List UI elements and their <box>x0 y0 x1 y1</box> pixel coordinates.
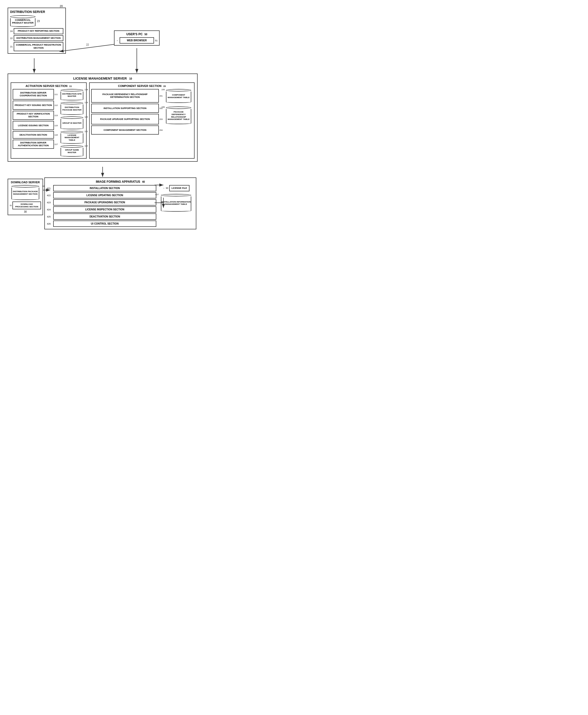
dpm-ref: 119 <box>85 101 88 104</box>
installation-supporting: INSTALLATION SUPPORTING SECTION <box>91 104 159 113</box>
cmt-ref: 155 <box>161 88 165 91</box>
component-server-section: COMPONENT SERVER SECTION 15 PACKAGE DEPE… <box>89 82 194 159</box>
users-pc-container: USER'S PC 50 → WEB BROWSER 51 <box>114 30 160 46</box>
license-file: LICENSE FILE <box>169 185 189 191</box>
activation-content: DISTRIBUTION SERVER COOPERATIVE SECTION … <box>13 89 85 157</box>
package-upgrade-supporting: PACKAGE UPGRADE SUPPORTING SECTION <box>91 114 159 124</box>
is-row: INSTALLATION SUPPORTING SECTION 152 <box>91 104 163 113</box>
ui-control: UI CONTROL SECTION <box>53 221 156 227</box>
users-pc-title: USER'S PC 50 <box>116 33 158 36</box>
gnm-ref: 122 <box>85 145 88 147</box>
ins-row: 421 INSTALLATION SECTION <box>47 185 156 191</box>
lf-container: ← 90 LICENSE FILE <box>163 185 189 192</box>
dps-row: 31 DOWNLOAD PROCESSING SECTION <box>9 202 41 209</box>
dpm-container: 119 DISTRIBUTION PACKAGE MASTER <box>61 102 83 115</box>
pki-row: PRODUCT KEY ISSUING SECTION 112 <box>13 101 58 110</box>
dist-server-ref: 20 <box>60 4 63 7</box>
commercial-product-master-row: COMMERCIAL PRODUCT MASTER 23 <box>10 15 63 27</box>
cpm-ref: 23 <box>37 20 40 23</box>
wb-ref: 51 <box>155 39 158 42</box>
iimt-container: 427 INSTALLATION INFORMATION MANAGEMENT … <box>161 194 191 212</box>
dsa-ref: 117 <box>55 143 58 145</box>
pdrmt-cylinder: PACKAGE DEPENDENCY RELATIONSHIP MANAGEME… <box>166 106 191 124</box>
deactivation-section-ifa: DEACTIVATION SECTION <box>53 213 156 220</box>
dsm-cylinder: DISTRIBUTION SITE MASTER <box>61 89 83 100</box>
li-row-ifa: 424 LICENSE INSPECTION SECTION <box>47 206 156 213</box>
cmt-cylinder: COMPONENT MANAGEMENT TABLE <box>166 89 191 103</box>
distribution-management: DISTRIBUTION MANAGEMENT SECTION <box>14 35 63 41</box>
cyl-body: COMMERCIAL PRODUCT MASTER <box>10 18 36 25</box>
license-updating: LICENSE UPDATING SECTION <box>53 192 156 199</box>
pd-row: PACKAGE DEPENDENCY RELATIONSHIP DETERMIN… <box>91 89 163 103</box>
download-server-container: DOWNLOAD SERVER 32 DISTRIBUTION PACKAGE … <box>7 179 43 215</box>
diagram-container: DISTRIBUTION SERVER COMMERCIAL PRODUCT M… <box>5 5 203 261</box>
distribution-server-container: DISTRIBUTION SERVER COMMERCIAL PRODUCT M… <box>7 7 66 54</box>
cms-ref: 154 <box>159 129 163 131</box>
users-pc-ref: 50 <box>144 33 147 36</box>
ifa-content: 421 INSTALLATION SECTION 422 LICENSE UPD… <box>47 185 194 227</box>
deactivation-section-lms: DEACTIVATION SECTION <box>13 131 54 139</box>
dsc-ref: 111 <box>55 93 58 96</box>
pkv-row: PRODUCT KEY VERIFICATION SECTION 113 <box>13 111 58 120</box>
dsa-row: DISTRIBUTION SERVER AUTHENTICATION SECTI… <box>13 140 58 149</box>
ifa-sections: 421 INSTALLATION SECTION 422 LICENSE UPD… <box>47 185 156 227</box>
package-dependency: PACKAGE DEPENDENCY RELATIONSHIP DETERMIN… <box>91 89 159 103</box>
download-server-title: DOWNLOAD SERVER <box>9 181 41 184</box>
comp-ref: 15 <box>163 85 166 87</box>
package-upgrading: PACKAGE UPGRADING SECTION <box>53 199 156 206</box>
deact-row: DEACTIVATION SECTION 116 <box>13 131 58 139</box>
pdrmt-ref: 156 <box>161 106 165 108</box>
act-databases: 118 DISTRIBUTION SITE MASTER 1 <box>59 89 85 157</box>
lmt-container: 121 LICENSE MANAGEMENT TABLE <box>61 131 83 144</box>
lf-ref-label: ← <box>163 187 165 189</box>
dist-server-auth: DISTRIBUTION SERVER AUTHENTICATION SECTI… <box>13 140 54 149</box>
dpms-container: 32 DISTRIBUTION PACKAGE MANAGEMENT SECTI… <box>9 185 41 200</box>
act-functions: DISTRIBUTION SERVER COOPERATIVE SECTION … <box>13 89 58 157</box>
pki-ref: 112 <box>55 104 58 106</box>
web-browser-row: → WEB BROWSER 51 <box>116 37 158 44</box>
act-ref: 11 <box>69 85 72 87</box>
ins-ref: 421 <box>47 187 52 189</box>
li-ref-ifa: 424 <box>47 208 52 211</box>
lms-title: LICENSE MANAGEMENT SERVER 10 <box>10 77 194 80</box>
pdrmt-container: 156 PACKAGE DEPENDENCY RELATIONSHIP MANA… <box>166 106 191 124</box>
comp-databases: 155 COMPONENT MANAGEMENT TABLE <box>165 89 192 135</box>
pkey-ref: 24 <box>10 30 13 33</box>
commercial-product-master-cylinder: COMMERCIAL PRODUCT MASTER <box>10 15 36 27</box>
lms-ref: 10 <box>129 77 132 80</box>
cyl-top <box>10 15 36 18</box>
product-key-issuing: PRODUCT KEY ISSUING SECTION <box>13 101 54 110</box>
download-processing: DOWNLOAD PROCESSING SECTION <box>13 202 41 209</box>
lmt-cylinder: LICENSE MANAGEMENT TABLE <box>61 131 83 144</box>
distmgmt-row: 22 DISTRIBUTION MANAGEMENT SECTION <box>10 35 63 41</box>
gnm-cylinder: GROUP NAME MASTER <box>61 145 83 157</box>
dps-ref: 31 <box>9 204 12 207</box>
lu-ref: 422 <box>47 194 52 197</box>
li-ref: 115 <box>55 124 58 127</box>
lf-ref90: 90 <box>166 187 168 189</box>
deact-row-ifa: 425 DEACTIVATION SECTION <box>47 213 156 220</box>
lf-label-row: ← 90 LICENSE FILE <box>163 185 189 191</box>
commercial-product-registration: COMMERCIAL PRODUCT REGISTRATION SECTION <box>14 42 63 51</box>
lms-sections: ACTIVATION SERVER SECTION 11 DISTRIBUTIO… <box>10 82 194 159</box>
ifa-databases: ← 90 LICENSE FILE 427 INSTALLATION INFOR… <box>158 185 194 227</box>
dist-server-sections: 24 PRODUCT KEY REPORTING SECTION 22 DIST… <box>10 28 63 51</box>
svg-text:22: 22 <box>86 43 89 46</box>
dsc-row: DISTRIBUTION SERVER COOPERATIVE SECTION … <box>13 89 58 100</box>
gnm-container: 122 GROUP NAME MASTER <box>61 145 83 157</box>
pkey-row: 24 PRODUCT KEY REPORTING SECTION <box>10 28 63 34</box>
product-key-verification: PRODUCT KEY VERIFICATION SECTION <box>13 111 54 120</box>
license-inspection: LICENSE INSPECTION SECTION <box>53 206 156 213</box>
deact-ref-ifa: 425 <box>47 216 52 218</box>
dsm-container: 118 DISTRIBUTION SITE MASTER <box>61 89 83 100</box>
dsm-ref: 118 <box>85 88 88 91</box>
dpm-cylinder: DISTRIBUTION PACKAGE MASTER <box>61 102 83 115</box>
cyl-bottom <box>10 25 36 27</box>
lu-row: 422 LICENSE UPDATING SECTION <box>47 192 156 199</box>
pu-row: 423 PACKAGE UPGRADING SECTION <box>47 199 156 206</box>
svg-line-3 <box>60 44 114 52</box>
deact-ref: 116 <box>55 134 58 136</box>
activation-server-section: ACTIVATION SERVER SECTION 11 DISTRIBUTIO… <box>10 82 87 159</box>
component-content: PACKAGE DEPENDENCY RELATIONSHIP DETERMIN… <box>91 89 192 135</box>
pd-ref: 151 <box>159 95 163 97</box>
